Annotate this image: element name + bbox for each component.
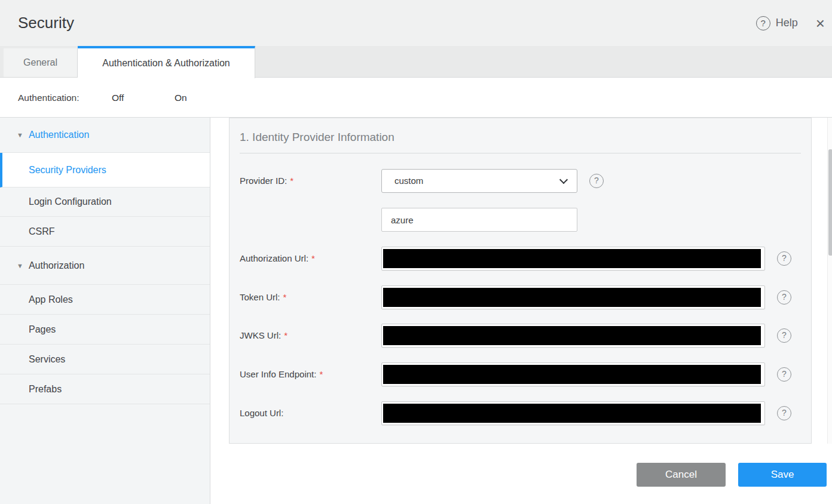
sidebar-item-csrf[interactable]: CSRF <box>0 217 210 247</box>
authorization-url-input[interactable] <box>381 247 765 271</box>
dialog-header: Security ? Help × <box>0 0 832 46</box>
logout-url-input[interactable] <box>381 401 765 425</box>
identity-provider-panel: 1. Identity Provider Information Provide… <box>229 118 812 444</box>
required-asterisk: * <box>290 176 293 186</box>
sidebar-section-label: Authorization <box>29 260 84 271</box>
logout-url-help-icon[interactable]: ? <box>777 406 791 420</box>
sidebar-item-app-roles[interactable]: App Roles <box>0 285 210 315</box>
token-url-help-icon[interactable]: ? <box>777 290 791 305</box>
sidebar-item-label: Prefabs <box>29 384 62 395</box>
help-icon[interactable]: ? <box>756 16 770 30</box>
provider-name-row <box>240 208 802 232</box>
sidebar-item-label: App Roles <box>29 294 73 305</box>
sidebar-item-pages[interactable]: Pages <box>0 315 210 345</box>
heading-divider <box>240 153 801 153</box>
authorization-url-help-icon[interactable]: ? <box>777 251 791 266</box>
authentication-toggle-row: Authentication: Off On <box>0 78 832 118</box>
required-asterisk: * <box>311 253 315 263</box>
close-icon[interactable]: × <box>816 16 825 31</box>
toggle-off-label: Off <box>112 78 124 118</box>
jwks-url-input[interactable] <box>381 324 765 348</box>
jwks-url-label: JWKS Url: <box>240 330 281 340</box>
token-url-label: Token Url: <box>240 292 280 302</box>
redacted-value <box>383 365 761 384</box>
token-url-row: Token Url:* ? <box>240 285 802 309</box>
sidebar-section-authorization[interactable]: ▼ Authorization <box>0 247 210 285</box>
sidebar-section-label: Authentication <box>29 130 89 140</box>
user-info-endpoint-input[interactable] <box>381 362 765 386</box>
save-button[interactable]: Save <box>738 463 827 487</box>
redacted-value <box>383 288 761 307</box>
provider-id-help-icon[interactable]: ? <box>589 174 604 188</box>
redacted-value <box>383 404 761 423</box>
help-link[interactable]: Help <box>776 17 798 29</box>
jwks-url-help-icon[interactable]: ? <box>777 328 791 343</box>
chevron-down-icon <box>559 176 568 184</box>
jwks-url-row: JWKS Url:* ? <box>240 324 802 348</box>
provider-id-select-value: custom <box>394 176 423 186</box>
required-asterisk: * <box>319 369 323 379</box>
tab-authentication-authorization[interactable]: Authentication & Authorization <box>78 46 255 78</box>
tab-general[interactable]: General <box>4 48 78 77</box>
sidebar-item-security-providers[interactable]: Security Providers <box>0 153 210 188</box>
collapse-triangle-icon: ▼ <box>17 262 23 269</box>
sidebar-item-login-configuration[interactable]: Login Configuration <box>0 188 210 217</box>
required-asterisk: * <box>283 292 287 302</box>
required-asterisk: * <box>284 330 287 340</box>
authorization-url-label: Authorization Url: <box>240 253 308 263</box>
tab-bar: General Authentication & Authorization <box>0 46 832 78</box>
authentication-toggle-label: Authentication: <box>18 78 79 118</box>
page-title: Security <box>18 0 74 46</box>
sidebar-item-prefabs[interactable]: Prefabs <box>0 374 210 404</box>
collapse-triangle-icon: ▼ <box>17 131 23 139</box>
logout-url-label: Logout Url: <box>240 408 283 418</box>
toggle-on-label: On <box>175 78 187 118</box>
user-info-endpoint-label: User Info Endpoint: <box>240 369 316 379</box>
authorization-url-row: Authorization Url:* ? <box>240 247 802 271</box>
sidebar-item-services[interactable]: Services <box>0 345 210 374</box>
redacted-value <box>383 249 761 268</box>
vertical-scrollbar[interactable] <box>827 118 832 444</box>
provider-id-select[interactable]: custom <box>381 169 577 193</box>
sidebar-item-label: Pages <box>29 324 56 335</box>
provider-name-input[interactable] <box>381 208 577 232</box>
provider-id-row: Provider ID:* custom ? <box>240 169 802 193</box>
sidebar-section-authentication[interactable]: ▼ Authentication <box>0 118 210 153</box>
sidebar-item-label: Security Providers <box>29 165 106 176</box>
sidebar-item-label: Services <box>29 354 65 365</box>
user-info-endpoint-help-icon[interactable]: ? <box>777 367 791 382</box>
scrollbar-thumb[interactable] <box>828 149 832 256</box>
security-sidebar: ▼ Authentication Security Providers Logi… <box>0 118 210 504</box>
sidebar-item-label: Login Configuration <box>29 196 112 207</box>
provider-id-label: Provider ID: <box>240 176 287 186</box>
section-heading: 1. Identity Provider Information <box>240 131 394 144</box>
logout-url-row: Logout Url: ? <box>240 401 802 425</box>
user-info-endpoint-row: User Info Endpoint:* ? <box>240 362 802 386</box>
redacted-value <box>383 326 761 345</box>
token-url-input[interactable] <box>381 285 765 309</box>
cancel-button[interactable]: Cancel <box>637 463 726 487</box>
sidebar-item-label: CSRF <box>29 226 55 237</box>
